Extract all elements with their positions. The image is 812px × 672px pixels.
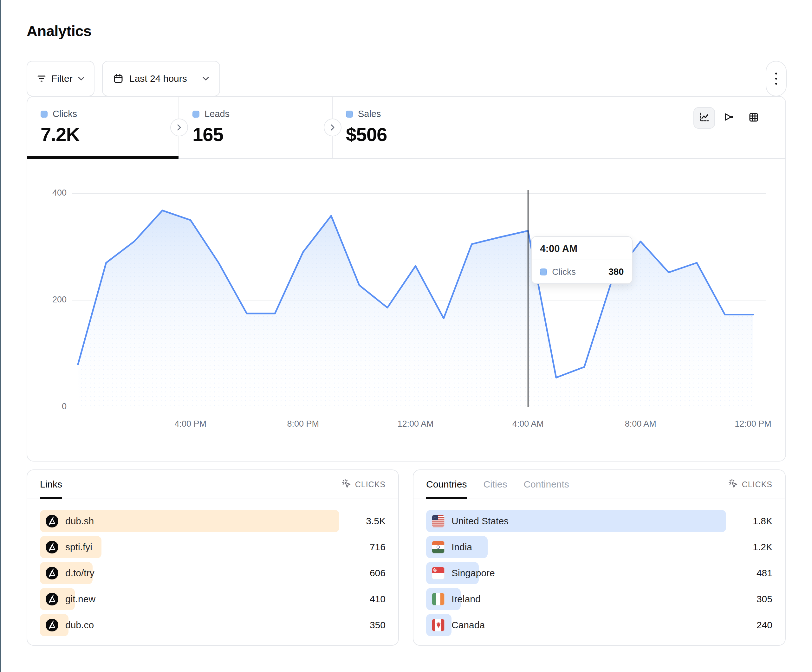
page-title: Analytics: [27, 22, 91, 39]
link-row[interactable]: dub.sh3.5K: [40, 510, 386, 532]
dub-logo-favicon-icon: [46, 567, 58, 580]
link-row[interactable]: git.new410: [40, 588, 386, 610]
link-row[interactable]: spti.fyi716: [40, 536, 386, 558]
sales-swatch-icon: [346, 111, 353, 118]
calendar-icon: [113, 73, 124, 84]
row-bar-track: India: [426, 536, 726, 558]
tooltip-series-label: Clicks: [552, 267, 603, 277]
analytics-chart-card: Clicks 7.2K Leads 165 Sales $506: [27, 96, 786, 462]
row-bar-track: git.new: [40, 588, 339, 610]
x-axis-tick-label: 12:00 AM: [384, 419, 447, 429]
table-grid-icon: [748, 111, 760, 125]
row-bar-track: United States: [426, 510, 726, 532]
chevron-down-icon: [202, 77, 209, 81]
x-axis-tick-label: 8:00 PM: [271, 419, 335, 429]
row-bar-track: d.to/try: [40, 562, 339, 584]
row-clicks-value: 305: [735, 594, 773, 604]
row-label: Ireland: [452, 594, 481, 604]
y-axis-tick-label: 0: [27, 402, 67, 411]
line-chart-icon: [698, 111, 710, 125]
chevron-down-icon: [78, 77, 85, 81]
funnel-view-button[interactable]: [718, 107, 740, 129]
flag-icon-us: [432, 515, 445, 527]
dub-logo-favicon-icon: [46, 515, 58, 527]
stat-label: Sales: [358, 109, 381, 119]
cursor-click-icon: [341, 478, 351, 490]
flag-icon-sg: [432, 567, 445, 580]
row-label: dub.sh: [65, 516, 94, 527]
row-clicks-value: 481: [735, 568, 773, 578]
stat-label: Leads: [205, 109, 230, 119]
stat-value: 165: [193, 124, 332, 145]
row-label: Singapore: [452, 568, 495, 578]
stat-tabs-row: Clicks 7.2K Leads 165 Sales $506: [27, 97, 785, 159]
tab-countries[interactable]: Countries: [426, 470, 467, 499]
countries-list: United States1.8KIndia1.2KSingapore481Ir…: [413, 499, 785, 636]
flag-icon-in: [432, 541, 445, 553]
row-label: India: [452, 542, 472, 553]
countries-metric-selector[interactable]: CLICKS: [728, 478, 773, 490]
tooltip-time: 4:00 AM: [532, 237, 632, 260]
row-clicks-value: 240: [735, 620, 773, 631]
x-axis-tick-label: 4:00 PM: [159, 419, 222, 429]
links-metric-selector[interactable]: CLICKS: [341, 478, 386, 490]
y-axis-tick-label: 200: [27, 295, 67, 305]
row-clicks-value: 1.2K: [735, 542, 773, 553]
row-bar-track: spti.fyi: [40, 536, 339, 558]
leads-swatch-icon: [193, 111, 200, 118]
stat-card-leads[interactable]: Leads 165: [179, 97, 333, 158]
link-row[interactable]: d.to/try606: [40, 562, 386, 584]
chart-view-switcher: [693, 107, 764, 129]
stat-value: 7.2K: [41, 124, 179, 145]
country-row[interactable]: Canada240: [426, 614, 773, 636]
stat-next-chevron-button[interactable]: [170, 119, 188, 136]
analytics-page: Analytics Filter Last 24 hours Clicks 7.…: [0, 0, 812, 672]
date-range-button[interactable]: Last 24 hours: [102, 61, 220, 96]
stat-card-clicks[interactable]: Clicks 7.2K: [27, 97, 179, 158]
row-label: d.to/try: [65, 568, 94, 578]
row-bar-track: dub.co: [40, 614, 339, 636]
flag-icon-ie: [432, 593, 445, 605]
countries-metric-label: CLICKS: [742, 480, 773, 489]
country-row[interactable]: Ireland305: [426, 588, 773, 610]
row-bar-track: Ireland: [426, 588, 726, 610]
filter-button[interactable]: Filter: [27, 61, 94, 96]
x-axis-tick-label: 12:00 PM: [721, 419, 785, 429]
line-chart-view-button[interactable]: [693, 107, 715, 129]
clicks-time-series-chart[interactable]: 0200400 4:00 PM8:00 PM12:00 AM4:00 AM8:0…: [27, 178, 786, 462]
tab-continents[interactable]: Continents: [524, 470, 569, 499]
left-edge-divider: [0, 0, 1, 672]
row-clicks-value: 606: [348, 568, 386, 578]
dub-logo-favicon-icon: [46, 541, 58, 553]
row-clicks-value: 1.8K: [735, 516, 773, 527]
country-row[interactable]: Singapore481: [426, 562, 773, 584]
links-panel-header: Links CLICKS: [27, 470, 398, 499]
row-label: Canada: [452, 620, 485, 631]
row-label: spti.fyi: [65, 542, 92, 553]
row-clicks-value: 410: [348, 594, 386, 604]
funnel-icon: [723, 111, 735, 125]
links-metric-label: CLICKS: [355, 480, 386, 489]
country-row[interactable]: United States1.8K: [426, 510, 773, 532]
row-bar-track: Singapore: [426, 562, 726, 584]
row-label: dub.co: [65, 620, 94, 631]
tab-links[interactable]: Links: [40, 470, 62, 499]
filter-button-label: Filter: [51, 73, 73, 84]
more-menu-button[interactable]: [766, 61, 786, 96]
tooltip-series-swatch-icon: [540, 268, 547, 275]
filter-lines-icon: [37, 75, 46, 83]
link-row[interactable]: dub.co350: [40, 614, 386, 636]
table-view-button[interactable]: [743, 107, 764, 129]
flag-icon-ca: [432, 619, 445, 631]
row-clicks-value: 716: [348, 542, 386, 553]
row-clicks-value: 3.5K: [348, 516, 386, 527]
tab-cities[interactable]: Cities: [483, 470, 507, 499]
country-row[interactable]: India1.2K: [426, 536, 773, 558]
date-range-label: Last 24 hours: [130, 73, 187, 84]
chart-tooltip: 4:00 AM Clicks 380: [531, 236, 633, 284]
links-list: dub.sh3.5Kspti.fyi716d.to/try606git.new4…: [27, 499, 398, 636]
cursor-click-icon: [728, 478, 738, 490]
clicks-swatch-icon: [41, 111, 48, 118]
stat-next-chevron-button[interactable]: [324, 119, 341, 136]
dub-logo-favicon-icon: [46, 593, 58, 605]
